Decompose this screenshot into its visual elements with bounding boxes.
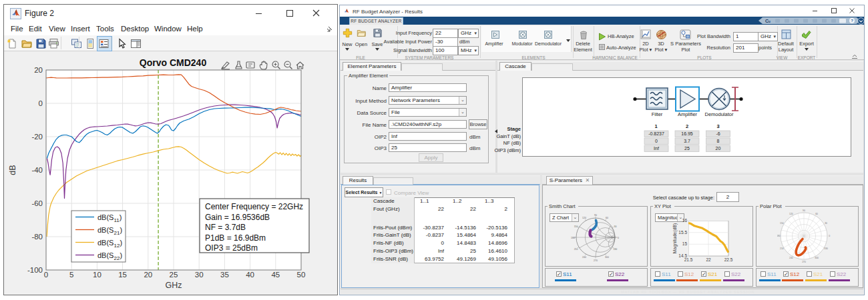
svg-text:dB: dB [8, 165, 17, 175]
svg-text:150: 150 [780, 222, 784, 225]
svg-text:210: 210 [574, 248, 578, 251]
svg-text:0: 0 [618, 237, 619, 239]
svg-text:-20: -20 [31, 133, 43, 141]
svg-text:P1dB = 16.9dBm: P1dB = 16.9dBm [205, 233, 266, 243]
svg-text:Center Frequency = 22GHz: Center Frequency = 22GHz [205, 202, 303, 211]
svg-text:OIP3 = 25dBm: OIP3 = 25dBm [205, 243, 258, 253]
svg-text:330: 330 [613, 248, 617, 251]
svg-text:Filter: Filter [652, 111, 663, 117]
svg-text:Amplifier: Amplifier [678, 111, 698, 117]
svg-text:30: 30 [614, 225, 616, 228]
svg-text:330: 330 [824, 247, 828, 250]
svg-text:25: 25 [170, 271, 178, 279]
svg-text:Qorvo CMD240: Qorvo CMD240 [140, 57, 207, 68]
svg-text:1: 1 [654, 123, 657, 129]
svg-text:0: 0 [829, 235, 830, 237]
svg-text:3.7: 3.7 [684, 139, 690, 143]
svg-text:16.95: 16.95 [681, 131, 693, 136]
svg-text:60: 60 [815, 213, 818, 215]
svg-text:120: 120 [789, 213, 793, 215]
svg-text:NF = 3.7dB: NF = 3.7dB [205, 223, 246, 232]
svg-text:20: 20 [716, 146, 721, 151]
svg-text:0: 0 [44, 271, 48, 279]
svg-text:90: 90 [803, 209, 805, 212]
svg-text:2: 2 [686, 123, 688, 129]
svg-text:Inf: Inf [654, 146, 659, 151]
svg-text:270: 270 [802, 261, 806, 263]
svg-text:-60: -60 [31, 199, 43, 207]
svg-text:-6: -6 [716, 131, 720, 136]
svg-text:25: 25 [684, 146, 690, 151]
svg-text:300: 300 [605, 256, 609, 259]
svg-text:35: 35 [220, 271, 229, 279]
svg-text:-0.8237: -0.8237 [648, 131, 664, 136]
svg-text:180: 180 [571, 237, 575, 239]
svg-text:240: 240 [789, 257, 793, 259]
svg-text:5: 5 [69, 271, 73, 279]
svg-text:180: 180 [777, 235, 781, 237]
svg-text:270: 270 [594, 259, 598, 262]
svg-text:?: ? [851, 19, 853, 23]
svg-text:90: 90 [594, 214, 597, 217]
svg-text:8: 8 [717, 139, 720, 143]
svg-text:20: 20 [144, 271, 152, 279]
svg-text:Gain = 16.9536dB: Gain = 16.9536dB [205, 213, 270, 222]
svg-text:-80: -80 [31, 233, 43, 241]
svg-text:15: 15 [118, 271, 127, 279]
svg-text:60: 60 [606, 217, 608, 219]
svg-text:30: 30 [195, 271, 204, 279]
svg-text:Demodulator: Demodulator [705, 111, 734, 117]
svg-text:150: 150 [574, 225, 578, 228]
svg-text:40: 40 [246, 271, 254, 279]
svg-text:300: 300 [815, 257, 819, 259]
svg-text:50: 50 [297, 271, 306, 279]
svg-text:-40: -40 [31, 166, 43, 174]
svg-text:Cu: Cu [765, 19, 771, 23]
svg-text:10: 10 [93, 271, 101, 279]
svg-text:-100: -100 [27, 266, 43, 274]
svg-text:0: 0 [39, 99, 43, 107]
svg-text:30: 30 [825, 222, 827, 225]
svg-text:3: 3 [716, 123, 719, 129]
svg-text:20: 20 [34, 66, 43, 74]
svg-text:120: 120 [582, 217, 586, 219]
svg-text:GHz: GHz [166, 281, 182, 290]
svg-text:0: 0 [655, 139, 658, 143]
svg-text:240: 240 [582, 256, 586, 259]
svg-text:210: 210 [780, 247, 784, 250]
svg-text:45: 45 [271, 271, 280, 279]
